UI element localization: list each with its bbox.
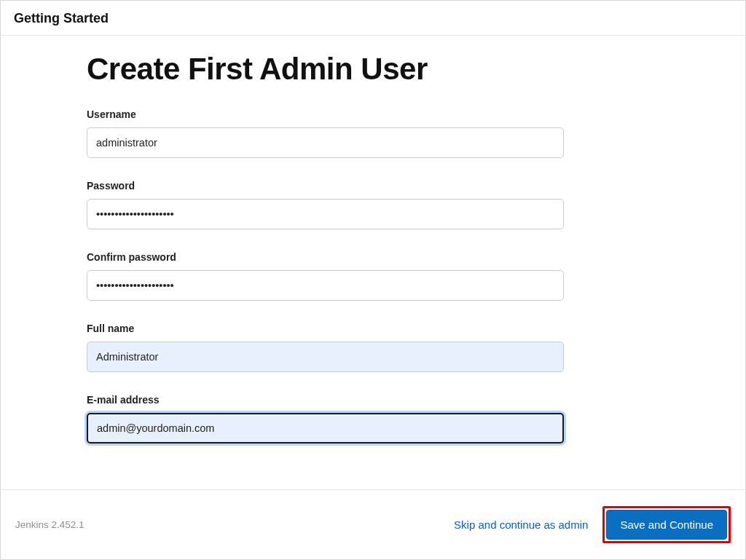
field-password: Password	[87, 180, 655, 229]
field-fullname: Full name	[87, 323, 655, 372]
version-label: Jenkins 2.452.1	[15, 519, 85, 530]
label-confirm-password: Confirm password	[87, 251, 655, 263]
field-confirm-password: Confirm password	[87, 251, 655, 301]
page-title: Create First Admin User	[87, 52, 655, 87]
input-confirm-password[interactable]	[87, 270, 564, 301]
label-fullname: Full name	[87, 323, 655, 334]
input-fullname[interactable]	[87, 342, 564, 372]
label-email: E-mail address	[87, 394, 655, 406]
save-and-continue-button[interactable]: Save and Continue	[606, 510, 727, 540]
dialog-title: Getting Started	[14, 11, 109, 25]
setup-wizard-dialog: Getting Started Create First Admin User …	[0, 0, 746, 560]
skip-button[interactable]: Skip and continue as admin	[449, 511, 592, 538]
label-username: Username	[87, 109, 655, 120]
footer-actions: Skip and continue as admin Save and Cont…	[449, 506, 731, 543]
spacer	[87, 465, 655, 466]
dialog-footer: Jenkins 2.452.1 Skip and continue as adm…	[1, 489, 745, 559]
input-password[interactable]	[87, 199, 564, 229]
field-username: Username	[87, 109, 655, 158]
form-content: Create First Admin User Username Passwor…	[87, 52, 655, 466]
input-username[interactable]	[87, 127, 564, 158]
label-password: Password	[87, 180, 655, 192]
field-email: E-mail address	[87, 394, 655, 443]
input-email[interactable]	[87, 413, 564, 443]
dialog-body[interactable]: Create First Admin User Username Passwor…	[1, 36, 745, 489]
dialog-header: Getting Started	[1, 1, 745, 36]
save-highlight: Save and Continue	[602, 506, 731, 543]
